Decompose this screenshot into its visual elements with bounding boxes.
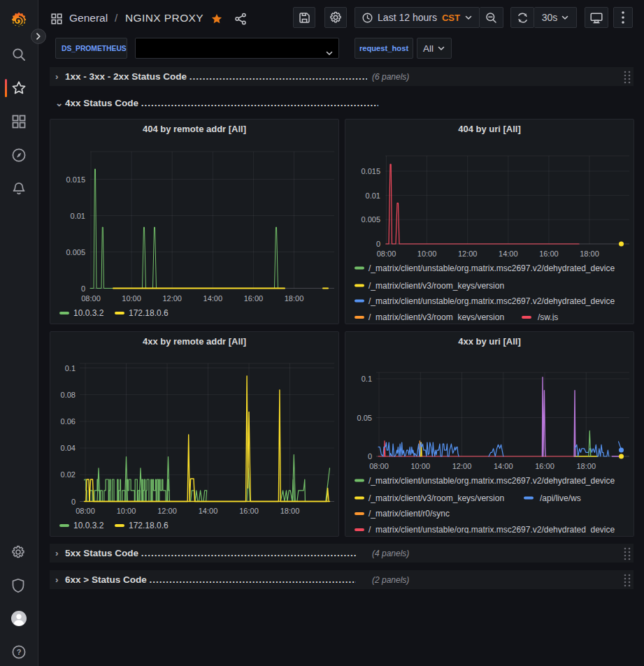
svg-text:18:00: 18:00 [285, 294, 304, 303]
svg-text:12:00: 12:00 [452, 462, 472, 470]
svg-text:172.18.0.6: 172.18.0.6 [129, 521, 169, 530]
svg-text:08:00: 08:00 [369, 462, 389, 470]
svg-text:?: ? [17, 648, 22, 656]
svg-text:10.0.3.2: 10.0.3.2 [73, 308, 104, 318]
svg-text:/_matrix/client/unstable/org.m: /_matrix/client/unstable/org.matrix.msc2… [368, 525, 615, 535]
svg-text:16:00: 16:00 [239, 507, 259, 515]
svg-text:/sw.js: /sw.js [538, 312, 558, 322]
svg-text:/_matrix/client/unstable/org.m: /_matrix/client/unstable/org.matrix.msc2… [368, 476, 615, 486]
svg-text:0.05: 0.05 [357, 414, 372, 422]
svg-text:12:00: 12:00 [162, 294, 182, 303]
svg-text:0.01: 0.01 [71, 212, 85, 220]
svg-text:0: 0 [376, 240, 380, 248]
svg-text:08:00: 08:00 [377, 249, 396, 258]
svg-text:/api/live/ws: /api/live/ws [540, 493, 581, 503]
svg-text:08:00: 08:00 [81, 294, 101, 303]
svg-text:18:00: 18:00 [280, 507, 300, 515]
svg-text:0.005: 0.005 [361, 215, 380, 224]
svg-text:0.1: 0.1 [65, 364, 76, 372]
svg-text:/_matrix/client/unstable/org.m: /_matrix/client/unstable/org.matrix.msc2… [368, 263, 615, 273]
svg-text:0.015: 0.015 [66, 175, 85, 184]
svg-text:18:00: 18:00 [576, 462, 596, 470]
svg-text:/_matrix/client/unstable/org.m: /_matrix/client/unstable/org.matrix.msc2… [368, 296, 615, 306]
svg-text:0.04: 0.04 [61, 444, 76, 452]
svg-text:08:00: 08:00 [76, 507, 95, 515]
svg-text:12:00: 12:00 [458, 249, 478, 258]
svg-text:0.015: 0.015 [361, 167, 380, 175]
svg-text:0.08: 0.08 [61, 391, 76, 399]
svg-text:/_matrix/client/v3/room_keys/v: /_matrix/client/v3/room_keys/version [368, 493, 504, 503]
svg-text:12:00: 12:00 [157, 507, 177, 515]
svg-text:0.1: 0.1 [362, 375, 372, 383]
svg-text:0: 0 [71, 498, 76, 506]
svg-text:172.18.0.6: 172.18.0.6 [129, 308, 169, 318]
svg-text:10:00: 10:00 [117, 507, 136, 515]
svg-text:10:00: 10:00 [122, 294, 141, 303]
svg-text:0.02: 0.02 [61, 470, 76, 479]
svg-text:10:00: 10:00 [410, 462, 430, 470]
svg-text:16:00: 16:00 [535, 462, 554, 470]
svg-text:0.01: 0.01 [366, 191, 380, 200]
svg-text:14:00: 14:00 [499, 249, 518, 258]
svg-text:/_matrix/client/r0/sync: /_matrix/client/r0/sync [368, 509, 450, 519]
svg-text:10.0.3.2: 10.0.3.2 [73, 521, 104, 530]
svg-text:0.06: 0.06 [61, 417, 76, 426]
svg-text:16:00: 16:00 [244, 294, 264, 303]
svg-text:14:00: 14:00 [203, 294, 223, 303]
svg-text:0.005: 0.005 [66, 248, 85, 256]
svg-text:10:00: 10:00 [417, 249, 437, 258]
svg-text:0: 0 [81, 284, 85, 293]
svg-text:18:00: 18:00 [580, 249, 599, 258]
svg-text:14:00: 14:00 [199, 507, 218, 515]
svg-text:/_matrix/client/v3/room_keys/v: /_matrix/client/v3/room_keys/version [368, 281, 504, 291]
svg-text:16:00: 16:00 [539, 249, 559, 258]
svg-text:/_matrix/client/v3/room_keys/v: /_matrix/client/v3/room_keys/version [368, 312, 504, 322]
svg-text:14:00: 14:00 [494, 462, 513, 470]
svg-text:0: 0 [368, 452, 372, 461]
